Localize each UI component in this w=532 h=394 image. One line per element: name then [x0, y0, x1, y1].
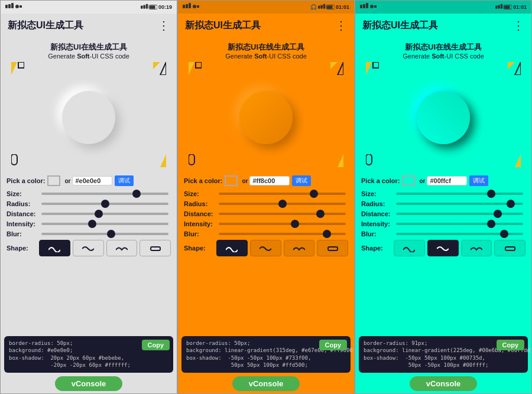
color-picker-row: Pick a color: or 调试: [361, 175, 525, 186]
shape-btn-0[interactable]: [216, 240, 248, 256]
shape-btn-3[interactable]: [140, 240, 171, 256]
corner-br: [508, 154, 521, 167]
svg-rect-42: [498, 5, 500, 9]
neumorphic-preview: [62, 91, 115, 144]
vconsole-button[interactable]: vConsole: [232, 376, 300, 391]
svg-rect-41: [495, 5, 498, 8]
controls-area: Pick a color: or 调试 Size: Radius:: [355, 173, 531, 335]
svg-rect-45: [504, 5, 510, 8]
color-hex-input[interactable]: [249, 176, 290, 185]
corner-tr: [508, 62, 521, 75]
adjust-button[interactable]: 调试: [469, 175, 488, 186]
slider-row-0: Size:: [361, 190, 525, 198]
slider-label-4: Blur:: [361, 230, 394, 237]
shape-btn-1[interactable]: [427, 240, 459, 256]
slider-3[interactable]: [41, 220, 168, 228]
slider-label-0: Size:: [361, 190, 394, 197]
slider-row-3: Intensity:: [361, 220, 525, 228]
slider-1[interactable]: [219, 200, 346, 208]
slider-row-4: Blur:: [7, 230, 171, 238]
svg-rect-5: [141, 5, 143, 8]
shape-btn-2[interactable]: [106, 240, 138, 256]
svg-rect-51: [366, 154, 372, 165]
svg-rect-20: [189, 3, 191, 8]
slider-1[interactable]: [41, 200, 168, 208]
corner-bl: [189, 154, 202, 167]
svg-marker-14: [153, 62, 160, 69]
color-hex-input[interactable]: [72, 176, 112, 185]
slider-2[interactable]: [396, 210, 523, 218]
color-swatch[interactable]: [47, 175, 60, 186]
shape-btn-1[interactable]: [73, 240, 104, 256]
svg-rect-0: [5, 5, 8, 8]
shape-btn-3[interactable]: [317, 240, 348, 256]
slider-label-3: Intensity:: [184, 220, 216, 227]
copy-button[interactable]: Copy: [319, 340, 348, 350]
slider-row-2: Distance:: [361, 210, 525, 218]
shape-btn-0[interactable]: [39, 240, 70, 256]
menu-icon[interactable]: ⋮: [158, 18, 170, 32]
slider-row-2: Distance:: [184, 210, 348, 218]
slider-label-3: Intensity:: [361, 220, 394, 227]
slider-0[interactable]: [219, 190, 346, 198]
shape-label: Shape:: [184, 245, 216, 252]
status-left: [5, 3, 22, 11]
preview-subtitle: Generate Soft-UI CSS code: [403, 53, 484, 60]
svg-rect-24: [320, 5, 323, 9]
menu-icon[interactable]: ⋮: [335, 18, 347, 32]
slider-2[interactable]: [41, 210, 168, 218]
vconsole-button[interactable]: vConsole: [55, 376, 123, 391]
color-swatch[interactable]: [225, 175, 238, 186]
svg-rect-43: [501, 4, 503, 9]
shape-btn-2[interactable]: [461, 240, 492, 256]
preview-title: 新拟态UI在线生成工具: [50, 42, 127, 53]
shape-btn-1[interactable]: [250, 240, 281, 256]
slider-4[interactable]: [396, 230, 523, 238]
svg-rect-30: [196, 62, 202, 68]
svg-marker-13: [160, 62, 166, 75]
color-hex-input[interactable]: [427, 176, 467, 185]
svg-rect-2: [11, 3, 14, 8]
slider-4[interactable]: [41, 230, 168, 238]
slider-0[interactable]: [41, 190, 168, 198]
shape-options: [216, 240, 348, 256]
svg-rect-18: [183, 5, 185, 8]
slider-3[interactable]: [219, 220, 346, 228]
slider-label-3: Intensity:: [7, 220, 39, 227]
svg-marker-32: [330, 62, 338, 69]
svg-point-21: [193, 5, 196, 8]
shape-row: Shape:: [7, 240, 171, 256]
slider-4[interactable]: [219, 230, 346, 238]
preview-area: 新拟态UI在线生成工具 Generate Soft-UI CSS code: [355, 37, 531, 173]
adjust-button[interactable]: 调试: [292, 175, 311, 186]
shape-btn-0[interactable]: [394, 240, 425, 256]
svg-rect-19: [186, 4, 188, 8]
vconsole-button[interactable]: vConsole: [410, 376, 478, 391]
slider-2[interactable]: [219, 210, 346, 218]
slider-3[interactable]: [396, 220, 523, 228]
shape-btn-2[interactable]: [284, 240, 315, 256]
corner-tr: [330, 62, 343, 75]
slider-label-4: Blur:: [7, 230, 39, 237]
adjust-button[interactable]: 调试: [115, 175, 134, 186]
menu-icon[interactable]: ⋮: [512, 18, 524, 32]
svg-marker-49: [515, 62, 521, 75]
preview-area: 新拟态UI在线生成工具 Generate Soft-UI CSS code: [1, 37, 177, 173]
preview-area: 新拟态UI在线生成工具 Generate Soft-UI CSS code: [178, 37, 354, 173]
neumorphic-preview: [417, 91, 470, 144]
copy-button[interactable]: Copy: [142, 340, 170, 350]
app-title: 新拟态UI生成工具: [185, 19, 261, 32]
status-bar: 00:19: [1, 1, 177, 14]
shape-label: Shape:: [361, 245, 394, 252]
color-swatch[interactable]: [402, 175, 415, 186]
slider-0[interactable]: [396, 190, 523, 198]
copy-button[interactable]: Copy: [497, 340, 525, 350]
slider-1[interactable]: [396, 200, 523, 208]
corner-tl: [189, 62, 202, 75]
app-title: 新拟态UI生成工具: [362, 19, 438, 32]
slider-row-0: Size:: [7, 190, 171, 198]
slider-row-4: Blur:: [184, 230, 348, 238]
shape-btn-3[interactable]: [494, 240, 525, 256]
svg-rect-27: [327, 5, 333, 8]
app-title: 新拟态UI生成工具: [8, 19, 83, 32]
